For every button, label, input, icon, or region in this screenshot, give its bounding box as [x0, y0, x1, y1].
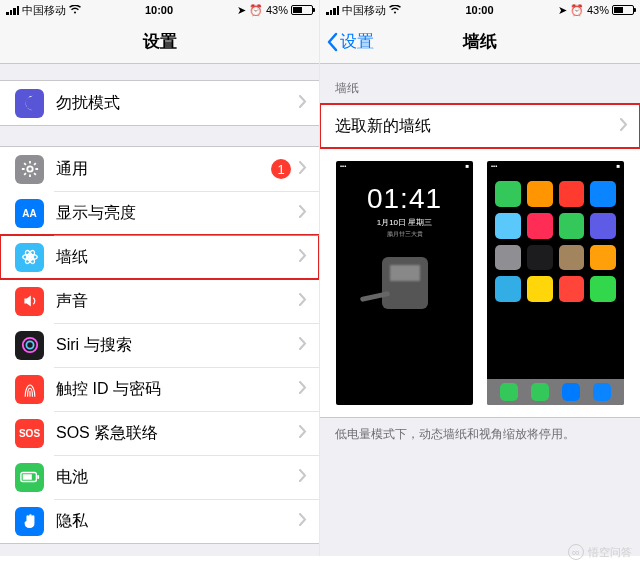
dock-app-icon: [593, 383, 611, 401]
carrier-label: 中国移动: [22, 3, 66, 18]
chevron-right-icon: [299, 512, 307, 530]
lock-screen-preview[interactable]: •••■ 01:41 1月10日 星期三 腊月廿三大貴: [336, 161, 473, 405]
settings-row-dnd[interactable]: 勿扰模式: [0, 81, 319, 125]
home-screen-preview[interactable]: •••■: [487, 161, 624, 405]
wallpaper-icon: [15, 243, 44, 272]
dock-app-icon: [562, 383, 580, 401]
chevron-right-icon: [299, 248, 307, 266]
chevron-right-icon: [299, 94, 307, 112]
settings-row-battery[interactable]: 电池: [0, 455, 319, 499]
watermark-label: 悟空问答: [588, 545, 632, 560]
app-icon: [590, 213, 616, 239]
row-label: Siri 与搜索: [56, 335, 299, 356]
settings-row-touchid[interactable]: 触控 ID 与密码: [0, 367, 319, 411]
wallpaper-previews: •••■ 01:41 1月10日 星期三 腊月廿三大貴 •••■: [320, 149, 640, 417]
chevron-right-icon: [299, 468, 307, 486]
svg-point-0: [27, 166, 32, 171]
app-icon: [559, 245, 585, 271]
chevron-right-icon: [299, 380, 307, 398]
dock-app-icon: [531, 383, 549, 401]
siri-icon: [15, 331, 44, 360]
location-icon: ➤: [237, 4, 246, 17]
display-icon: AA: [15, 199, 44, 228]
general-icon: [15, 155, 44, 184]
choose-new-wallpaper-row[interactable]: 选取新的墙纸: [320, 104, 640, 148]
back-label: 设置: [340, 30, 374, 53]
app-icon: [590, 245, 616, 271]
app-icon: [495, 245, 521, 271]
nav-bar-right: 设置 墙纸: [320, 20, 640, 64]
touchid-icon: [15, 375, 44, 404]
row-label: 勿扰模式: [56, 93, 299, 114]
app-icon: [527, 276, 553, 302]
chevron-right-icon: [299, 336, 307, 354]
footer-note: 低电量模式下，动态墙纸和视角缩放将停用。: [320, 418, 640, 451]
app-icon: [559, 213, 585, 239]
settings-row-general[interactable]: 通用1: [0, 147, 319, 191]
settings-row-display[interactable]: AA显示与亮度: [0, 191, 319, 235]
row-label: 触控 ID 与密码: [56, 379, 299, 400]
row-label: 隐私: [56, 511, 299, 532]
chevron-right-icon: [299, 292, 307, 310]
chevron-right-icon: [299, 424, 307, 442]
svg-rect-9: [22, 474, 31, 479]
settings-row-sound[interactable]: 声音: [0, 279, 319, 323]
choose-label: 选取新的墙纸: [335, 116, 620, 137]
chevron-right-icon: [299, 160, 307, 178]
status-time: 10:00: [81, 4, 237, 16]
app-icon: [559, 276, 585, 302]
lock-wallpaper-thumb: [382, 257, 428, 309]
location-icon: ➤: [558, 4, 567, 17]
notification-badge: 1: [271, 159, 291, 179]
sound-icon: [15, 287, 44, 316]
app-icon: [590, 276, 616, 302]
alarm-icon: ⏰: [249, 4, 263, 17]
status-bar: 中国移动 10:00 ➤ ⏰ 43%: [0, 0, 319, 20]
svg-point-6: [26, 341, 33, 348]
privacy-icon: [15, 507, 44, 536]
lock-sub: 腊月廿三大貴: [336, 230, 473, 239]
carrier-label: 中国移动: [342, 3, 386, 18]
chevron-right-icon: [620, 117, 628, 135]
battery-icon: [15, 463, 44, 492]
app-icon: [527, 245, 553, 271]
chevron-right-icon: [299, 204, 307, 222]
watermark: ∞ 悟空问答: [568, 544, 632, 560]
app-icon: [527, 213, 553, 239]
app-icon: [495, 213, 521, 239]
svg-point-5: [22, 338, 36, 352]
row-label: 声音: [56, 291, 299, 312]
row-label: 墙纸: [56, 247, 299, 268]
sos-icon: SOS: [15, 419, 44, 448]
battery-icon: [612, 5, 634, 15]
row-label: 电池: [56, 467, 299, 488]
back-button[interactable]: 设置: [326, 20, 374, 63]
wifi-icon: [389, 4, 401, 16]
status-bar: 中国移动 10:00 ➤ ⏰ 43%: [320, 0, 640, 20]
page-title: 墙纸: [463, 30, 497, 53]
settings-row-siri[interactable]: Siri 与搜索: [0, 323, 319, 367]
battery-pct: 43%: [587, 4, 609, 16]
app-icon: [559, 181, 585, 207]
settings-row-privacy[interactable]: 隐私: [0, 499, 319, 543]
dnd-icon: [15, 89, 44, 118]
left-settings-screen: 中国移动 10:00 ➤ ⏰ 43% 设置 勿扰模式通用1AA显示与亮度墙纸声音…: [0, 0, 320, 556]
row-label: 显示与亮度: [56, 203, 299, 224]
app-icon: [495, 276, 521, 302]
page-title: 设置: [143, 30, 177, 53]
signal-icon: [326, 6, 339, 15]
lock-date: 1月10日 星期三: [336, 217, 473, 228]
settings-row-sos[interactable]: SOSSOS 紧急联络: [0, 411, 319, 455]
alarm-icon: ⏰: [570, 4, 584, 17]
row-label: 通用: [56, 159, 271, 180]
section-header: 墙纸: [320, 80, 640, 103]
signal-icon: [6, 6, 19, 15]
right-wallpaper-screen: 中国移动 10:00 ➤ ⏰ 43% 设置 墙纸 墙纸 选取新的墙纸: [320, 0, 640, 556]
settings-row-wallpaper[interactable]: 墙纸: [0, 235, 319, 279]
app-icon: [527, 181, 553, 207]
wifi-icon: [69, 4, 81, 16]
app-icon: [495, 181, 521, 207]
battery-pct: 43%: [266, 4, 288, 16]
settings-list: 勿扰模式通用1AA显示与亮度墙纸声音Siri 与搜索触控 ID 与密码SOSSO…: [0, 80, 319, 556]
battery-icon: [291, 5, 313, 15]
